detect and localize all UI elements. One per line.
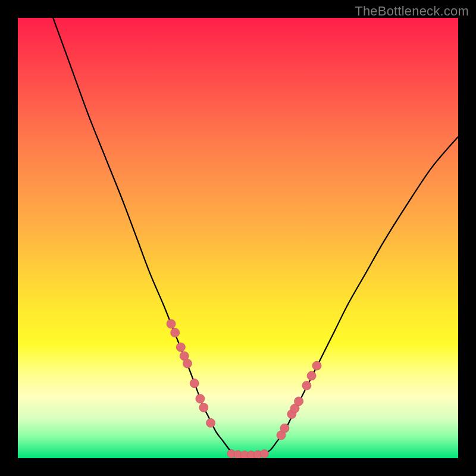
data-marker xyxy=(196,394,205,403)
watermark-text: TheBottleneck.com xyxy=(355,4,469,19)
data-marker xyxy=(176,343,185,352)
data-marker xyxy=(280,424,289,433)
data-marker xyxy=(167,320,176,328)
plot-area xyxy=(18,18,458,458)
data-marker xyxy=(312,361,321,370)
data-marker xyxy=(295,397,303,406)
markers-bottom xyxy=(227,450,269,458)
left-curve xyxy=(53,18,233,454)
data-marker xyxy=(307,371,316,380)
data-marker xyxy=(206,418,215,427)
chart-svg xyxy=(18,18,458,458)
chart-frame: TheBottleneck.com xyxy=(0,0,476,476)
markers-right xyxy=(277,361,321,440)
data-marker xyxy=(260,450,268,458)
data-marker xyxy=(199,403,208,412)
data-marker xyxy=(190,379,199,388)
data-marker xyxy=(183,359,192,368)
data-marker xyxy=(171,328,180,337)
data-marker xyxy=(302,381,311,390)
